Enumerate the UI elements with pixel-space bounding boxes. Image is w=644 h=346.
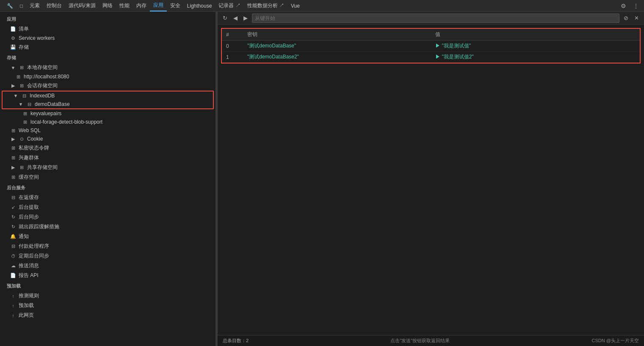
notifications-icon: 🔔 [10,234,16,239]
sidebar-item-shared-storage[interactable]: ▶ ⊞ 共享存储空间 [0,163,216,172]
sidebar-item-speculation-rules-label: 推测规则 [19,292,212,299]
menu-application[interactable]: 应用 [150,0,167,11]
storage-icon: 💾 [10,44,16,50]
close-button[interactable]: ✕ [633,14,641,22]
preloading-icon: ↑ [10,303,16,308]
sidebar-item-private-token[interactable]: ⊞ 私密状态令牌 [0,143,216,153]
settings-icon[interactable]: ⚙ [619,2,628,10]
statusbar-center: 点击"发送"按钮获取返回结果 [249,338,591,344]
sidebar-item-localstorage-label: 本地存储空间 [27,64,212,71]
sidebar-item-preloading-label: 预加载 [19,302,212,309]
sidebar-item-interest-group-label: 兴趣群体 [19,154,212,161]
devtools-icon[interactable]: 🔧 [3,1,17,11]
cell-key: "测试demoDataBase" [243,41,431,52]
sidebar-item-periodic-sync[interactable]: ⏱ 定期后台同步 [0,251,216,261]
more-icon[interactable]: ⋮ [631,2,641,10]
refresh-button[interactable]: ↻ [221,14,229,22]
sidebar-item-demodatabase[interactable]: ▼ ⊟ demoDataBase [3,100,213,108]
demodatabase-expand-icon: ▼ [18,102,24,107]
sidebar-item-push-messaging[interactable]: ☁ 推送消息 [0,261,216,271]
back-cache-icon: ⊟ [10,195,16,200]
sidebar-item-this-page[interactable]: ↑ 此网页 [0,310,216,320]
sidebar-item-indexeddb[interactable]: ▼ ⊟ IndexedDB [3,91,213,100]
localstorage-expand-icon: ▼ [10,65,16,70]
menu-network[interactable]: 网络 [99,0,116,11]
menu-elements[interactable]: 元素 [26,0,43,11]
section-title-app: 应用 [0,14,216,24]
sidebar-item-periodic-sync-label: 定期后台同步 [19,252,212,260]
sidebar-item-cookie[interactable]: ▶ ⊙ Cookie [0,135,216,143]
menu-vue[interactable]: Vue [287,1,303,11]
sidebar-item-background-fetch-label: 后台提取 [19,204,212,211]
sidebar-item-localstorage[interactable]: ▼ ⊞ 本地存储空间 [0,63,216,72]
sidebar-item-cache-storage[interactable]: ⊞ 缓存空间 [0,172,216,182]
next-button[interactable]: ▶ [242,14,249,22]
sidebar-item-back-cache[interactable]: ⊟ 在返缓存 [0,193,216,202]
sidebar-item-notifications-label: 通知 [19,233,212,240]
menu-perf-insights[interactable]: 性能数据分析 ↗ [244,0,287,11]
prev-button[interactable]: ◀ [232,14,239,22]
background-sync-icon: ↻ [10,214,16,220]
sidebar-item-reporting-api-label: 报告 API [19,272,212,279]
col-header-key: 密钥 [243,29,431,41]
menu-memory[interactable]: 内存 [133,0,150,11]
sidebar-item-cache-storage-label: 缓存空间 [19,174,212,181]
sidebar-item-manifest[interactable]: 📄 清单 [0,24,216,34]
sidebar-item-this-page-label: 此网页 [19,312,212,319]
sidebar-item-localforage[interactable]: ⊞ local-forage-detect-blob-support [0,118,216,126]
sidebar-item-interest-group[interactable]: ⊞ 兴趣群体 [0,153,216,163]
sidebar-item-background-fetch[interactable]: ↙ 后台提取 [0,202,216,212]
payment-handler-icon: ⊟ [10,244,16,249]
menu-console[interactable]: 控制台 [43,0,65,11]
sidebar-item-preloading[interactable]: ↑ 预加载 [0,301,216,310]
menu-security[interactable]: 安全 [167,0,184,11]
search-input[interactable] [252,14,619,23]
shared-storage-icon: ⊞ [19,165,25,170]
service-workers-icon: ⚙ [10,36,16,41]
sidebar-item-bounce-tracking[interactable]: ↻ 就出跟踪缓解措施 [0,222,216,232]
sidebar-item-reporting-api[interactable]: 📄 报告 API [0,271,216,280]
background-fetch-icon: ↙ [10,205,16,210]
sidebar-item-service-workers[interactable]: ⚙ Service workers [0,34,216,42]
localforage-icon: ⊞ [22,119,28,125]
panel-icon[interactable]: □ [17,1,26,11]
this-page-icon: ↑ [10,313,16,318]
sidebar-item-websql-label: Web SQL [19,127,212,133]
sidebar-item-bounce-tracking-label: 就出跟踪缓解措施 [19,223,212,230]
sidebar-item-storage[interactable]: 💾 存储 [0,42,216,52]
bounce-tracking-icon: ↻ [10,224,16,230]
indexeddb-icon: ⊟ [21,93,27,99]
sidebar-item-notifications[interactable]: 🔔 通知 [0,232,216,241]
sessionstorage-db-icon: ⊞ [19,83,25,89]
sidebar-item-cookie-label: Cookie [27,136,212,142]
table-row[interactable]: 0"测试demoDataBase"▶ "我是测试值" [222,41,640,52]
table-row[interactable]: 1"测试demoDataBase2"▶ "我是测试值2" [222,52,640,63]
sessionstorage-expand-icon: ▶ [10,83,16,89]
sidebar-item-keyvaluepairs[interactable]: ⊞ keyvaluepairs [0,109,216,118]
sidebar-item-sessionstorage[interactable]: ▶ ⊞ 会话存储空间 [0,81,216,91]
sidebar-item-shared-storage-label: 共享存储空间 [27,164,212,171]
menu-recorder[interactable]: 记录器 ↗ [215,0,243,11]
menu-lighthouse[interactable]: Lighthouse [184,1,216,11]
localhost-icon: ⊞ [15,74,21,80]
sidebar-item-storage-label: 存储 [19,44,212,51]
sidebar-item-localhost[interactable]: ⊞ http://localhost:8080 [0,72,216,81]
menu-sources[interactable]: 源代码/来源 [65,0,99,11]
sidebar: 应用 📄 清单 ⚙ Service workers 💾 存储 存储 ▼ ⊞ 本地… [0,12,216,346]
clear-button[interactable]: ⊘ [622,14,630,22]
sidebar-item-service-workers-label: Service workers [19,35,212,41]
sidebar-item-background-sync[interactable]: ↻ 后台同步 [0,212,216,222]
sidebar-item-speculation-rules[interactable]: ↑ 推测规则 [0,291,216,301]
sidebar-item-push-messaging-label: 推送消息 [19,262,212,269]
menu-right-icons: ⚙ ⋮ [619,2,641,10]
sidebar-item-websql[interactable]: ⊞ Web SQL [0,126,216,135]
shared-storage-expand-icon: ▶ [10,165,16,170]
cookie-expand-icon: ▶ [10,136,16,142]
top-menubar: 🔧 □ 元素 控制台 源代码/来源 网络 性能 内存 应用 安全 Lightho… [0,0,644,12]
cell-value: ▶ "我是测试值" [431,41,640,52]
sidebar-item-payment-handler[interactable]: ⊟ 付款处理程序 [0,241,216,251]
data-table: # 密钥 值 0"测试demoDataBase"▶ "我是测试值"1"测试dem… [222,29,640,63]
section-title-prefetch: 预加载 [0,280,216,291]
speculation-rules-icon: ↑ [10,293,16,299]
menu-performance[interactable]: 性能 [116,0,133,11]
